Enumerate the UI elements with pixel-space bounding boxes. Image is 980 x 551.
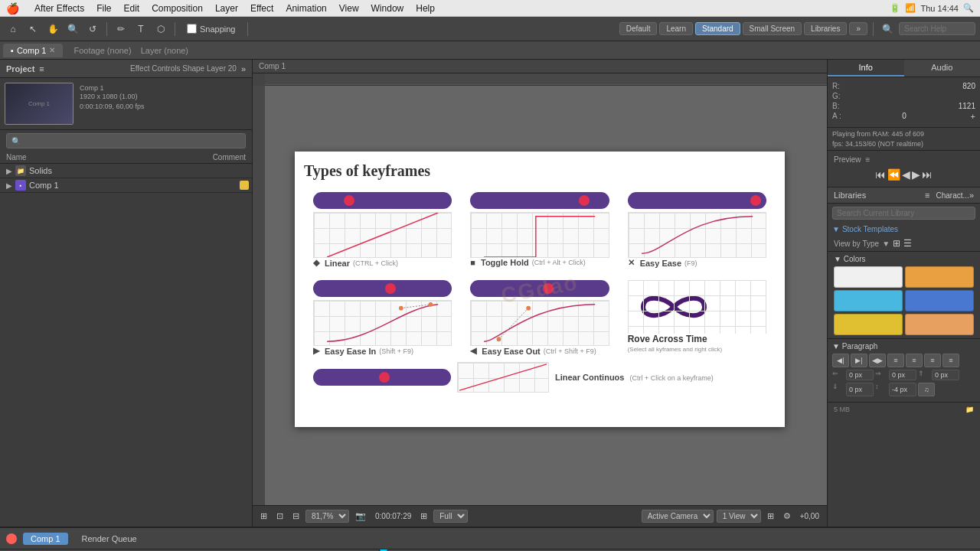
timeline-close[interactable]	[6, 533, 17, 544]
align-justify[interactable]: ≡	[887, 354, 904, 367]
pen-btn[interactable]: ✏	[113, 21, 129, 37]
ctrl-snap2[interactable]: ⊞	[417, 510, 430, 523]
info-tab[interactable]: Info	[828, 60, 904, 77]
prev-play-back[interactable]: ◀	[902, 168, 910, 181]
menu-effect[interactable]: Effect	[250, 3, 273, 14]
ctrl-grid[interactable]: ⊡	[273, 510, 286, 523]
views-select[interactable]: 1 View	[717, 510, 761, 523]
menu-edit[interactable]: Edit	[123, 3, 139, 14]
align-center[interactable]: ▶|	[851, 354, 867, 367]
ws-standard[interactable]: Standard	[695, 22, 740, 35]
audio-waveform[interactable]: ♫	[918, 383, 935, 396]
stock-templates[interactable]: ▼ Stock Templates	[828, 223, 980, 236]
colors-header: ▼ Colors	[834, 255, 974, 263]
swatch-5[interactable]	[834, 314, 903, 335]
info-add-btn[interactable]: +	[971, 112, 975, 121]
align-justify3[interactable]: ≡	[924, 354, 941, 367]
lib-search-input[interactable]	[832, 207, 975, 220]
rotate-btn[interactable]: ↺	[84, 21, 101, 37]
ctrl-safe[interactable]: ⊟	[289, 510, 302, 523]
para-expand[interactable]: ▼	[832, 342, 840, 350]
swatch-1[interactable]	[834, 266, 903, 288]
swatch-3[interactable]	[834, 290, 903, 311]
search-project-input[interactable]	[6, 133, 246, 148]
snapping-checkbox[interactable]	[187, 24, 197, 34]
expand-lib-icon[interactable]: »	[969, 191, 974, 200]
prev-first[interactable]: ⏮	[875, 168, 886, 181]
project-title: Project	[6, 64, 34, 73]
kf-easyease-graph	[628, 212, 766, 258]
prev-play[interactable]: ▶	[912, 168, 920, 181]
project-settings-icon[interactable]: ≡	[39, 64, 44, 73]
ws-small[interactable]: Small Screen	[743, 22, 802, 35]
timeline-tab-render[interactable]: Render Queue	[74, 533, 145, 545]
swatch-2[interactable]	[905, 266, 974, 288]
view-grid-btn[interactable]: ⊞	[893, 238, 900, 249]
hand-btn[interactable]: ✋	[44, 21, 61, 37]
line-space[interactable]	[889, 383, 916, 396]
character-tab[interactable]: Charact...	[936, 191, 969, 200]
lib-settings-icon[interactable]: ≡	[925, 191, 929, 200]
comp-tab-close[interactable]: ✕	[49, 46, 55, 54]
workspace-buttons: Default Learn Standard Small Screen Libr…	[619, 22, 867, 35]
indent-right[interactable]	[889, 370, 916, 380]
indent-left[interactable]	[846, 370, 874, 380]
search-icon-menu[interactable]: 🔍	[963, 3, 974, 13]
kf-toggle-label: Toggle Hold (Ctrl + Alt + Click)	[470, 258, 609, 267]
space-after[interactable]	[846, 383, 874, 396]
menu-layer[interactable]: Layer	[215, 3, 238, 14]
view-chevron[interactable]: ▼	[882, 240, 890, 248]
view-list-btn[interactable]: ☰	[903, 238, 912, 249]
ws-learn[interactable]: Learn	[659, 22, 693, 35]
comp-thumbnail[interactable]: Comp 1	[5, 83, 74, 125]
preview-settings-icon[interactable]: ≡	[866, 155, 871, 164]
prev-last[interactable]: ⏭	[922, 168, 933, 181]
apple-icon[interactable]: 🍎	[6, 2, 19, 15]
ws-default[interactable]: Default	[619, 22, 658, 35]
timeline-tab-comp[interactable]: Comp 1	[23, 533, 68, 545]
menu-file[interactable]: File	[96, 3, 111, 14]
align-justify2[interactable]: ≡	[906, 354, 923, 367]
expand-icon[interactable]: »	[241, 64, 246, 73]
select-btn[interactable]: ↖	[24, 21, 41, 37]
search-help-input[interactable]	[899, 22, 975, 35]
camera-select[interactable]: Active Camera	[642, 510, 714, 523]
zoom-btn[interactable]: 🔍	[64, 21, 81, 37]
colors-expand[interactable]: ▼	[834, 255, 841, 263]
swatch-4[interactable]	[905, 290, 974, 311]
ws-libraries[interactable]: Libraries	[804, 22, 847, 35]
linear-cont-label: Linear Continuos (Ctrl + Click on a keyf…	[555, 373, 714, 382]
project-header: Project ≡ Effect Controls Shape Layer 20…	[0, 60, 252, 78]
shape-btn[interactable]: ⬡	[152, 21, 169, 37]
menu-after-effects[interactable]: After Effects	[34, 3, 84, 14]
text-btn[interactable]: T	[132, 21, 149, 37]
paragraph-header: ▼ Paragraph	[832, 342, 975, 350]
prev-back[interactable]: ⏪	[887, 168, 900, 181]
comp1-item[interactable]: ▶ ▪ Comp 1	[0, 178, 252, 193]
comp-view[interactable]: Types of keyframes	[253, 73, 827, 505]
solids-folder[interactable]: ▶ 📁 Solids	[0, 164, 252, 178]
search-btn[interactable]: 🔍	[879, 21, 896, 37]
menu-view[interactable]: View	[339, 3, 359, 14]
ctrl-render[interactable]: ⊞	[764, 510, 777, 523]
align-right[interactable]: ◀▶	[869, 354, 886, 367]
menu-animation[interactable]: Animation	[286, 3, 326, 14]
space-before[interactable]	[932, 370, 959, 380]
menu-help[interactable]: Help	[416, 3, 435, 14]
align-left[interactable]: ◀|	[832, 354, 849, 367]
comp-tab[interactable]: ▪ Comp 1 ✕	[3, 44, 63, 57]
swatch-6[interactable]	[905, 314, 974, 335]
align-justify4[interactable]: ≡	[942, 354, 959, 367]
ctrl-cam[interactable]: 📷	[352, 510, 369, 523]
ws-extend[interactable]: »	[849, 22, 867, 35]
sep2	[175, 22, 175, 36]
zoom-select[interactable]: 81,7%	[305, 510, 349, 523]
para-spacing-row2: ⇓ ↕ ♫	[832, 383, 975, 396]
audio-tab[interactable]: Audio	[904, 60, 981, 77]
home-btn[interactable]: ⌂	[5, 21, 21, 37]
ctrl-snap[interactable]: ⊞	[257, 510, 270, 523]
menu-window[interactable]: Window	[371, 3, 404, 14]
ctrl-settings[interactable]: ⚙	[780, 510, 794, 523]
menu-composition[interactable]: Composition	[152, 3, 203, 14]
resolution-select[interactable]: Full	[433, 510, 468, 523]
